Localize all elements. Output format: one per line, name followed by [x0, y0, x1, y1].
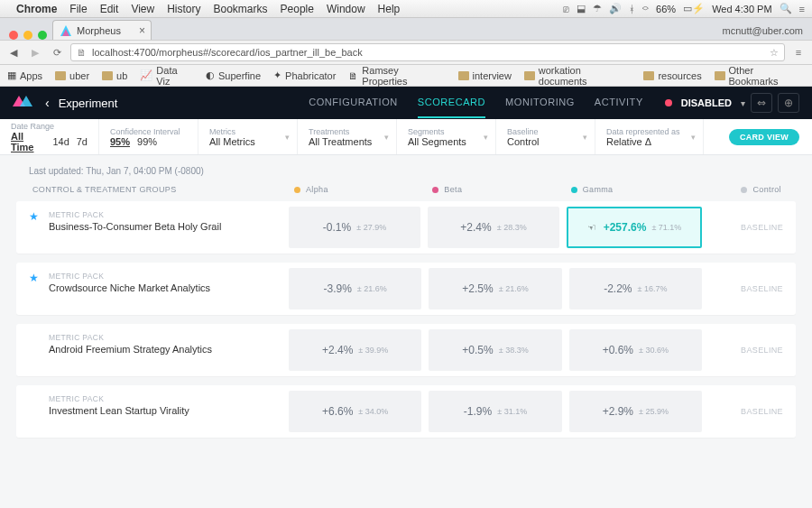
browser-account[interactable]: mcnutt@uber.com	[714, 22, 812, 40]
filter-baseline[interactable]: Baseline Control▾	[496, 119, 595, 154]
metric-cell[interactable]: +2.5%± 21.6%	[429, 268, 561, 309]
filter-confidence-interval[interactable]: Confidence Interval 95% 99%	[99, 119, 198, 154]
bm-workation[interactable]: workation documents	[524, 65, 631, 87]
chevron-down-icon: ▾	[741, 98, 745, 108]
metric-row[interactable]: METRIC PACKAndroid Freemium Strategy Ana…	[16, 324, 796, 376]
bm-uber[interactable]: uber	[55, 70, 89, 81]
baseline-cell: BASELINE	[706, 324, 796, 376]
address-bar[interactable]: 🗎 localhost:4700/morpheus#/scorecard/ios…	[70, 43, 785, 61]
battery-icon[interactable]: ▭⚡	[683, 3, 705, 14]
mac-app-name[interactable]: Chrome	[16, 3, 57, 15]
chrome-menu-icon[interactable]: ≡	[790, 47, 807, 58]
star-icon[interactable]: ★	[29, 272, 39, 284]
bm-phabricator[interactable]: ✦ Phabricator	[273, 69, 336, 81]
wifi-icon[interactable]: ⌔	[642, 4, 649, 14]
filter-bar: Date Range All Time 14d 7d Confidence In…	[0, 119, 812, 155]
metric-name: Crowdsource Niche Market Analytics	[49, 282, 272, 293]
group-col-alpha: Alpha	[285, 185, 423, 194]
tab-close-icon[interactable]: ×	[139, 24, 145, 37]
volume-icon[interactable]: 🔊	[609, 3, 622, 14]
mac-menu-history[interactable]: History	[167, 3, 200, 15]
alpha-dot-icon	[294, 187, 300, 193]
metric-row[interactable]: METRIC PACKInvestment Lean Startup Viral…	[16, 385, 796, 438]
bm-resources[interactable]: resources	[643, 70, 701, 81]
metric-cell[interactable]: -3.9%± 21.6%	[289, 268, 421, 309]
dropbox-icon[interactable]: ⬓	[577, 3, 586, 14]
filter-segments[interactable]: Segments All Segments▾	[397, 119, 496, 154]
breadcrumb-back-icon[interactable]: ‹	[45, 96, 50, 110]
filter-metrics[interactable]: Metrics All Metrics▾	[198, 119, 298, 154]
notifications-icon[interactable]: ≡	[799, 4, 805, 14]
cell-ci: ± 30.6%	[639, 346, 669, 355]
experiment-state[interactable]: DISABLED ▾	[665, 97, 745, 108]
cell-ci: ± 38.3%	[499, 346, 529, 355]
apps-button[interactable]: ▦ Apps	[7, 69, 42, 81]
metric-cell[interactable]: +6.6%± 34.0%	[289, 391, 421, 432]
cell-ci: ± 31.1%	[497, 407, 527, 416]
metric-row[interactable]: ★METRIC PACKBusiness-To-Consumer Beta Ho…	[16, 201, 796, 254]
clock[interactable]: Wed 4:30 PM	[712, 4, 771, 14]
nav-reload-icon[interactable]: ⟳	[49, 47, 65, 59]
filter-date-range[interactable]: Date Range All Time 14d 7d	[0, 119, 99, 154]
embed-icon[interactable]: ⇔	[751, 93, 772, 113]
bookmark-star-icon[interactable]: ☆	[770, 47, 779, 59]
cell-value: +2.4%	[460, 221, 491, 234]
bm-interview[interactable]: interview	[458, 70, 512, 81]
umbrella-icon[interactable]: ☂	[593, 3, 602, 14]
metric-cell[interactable]: +0.6%± 30.6%	[569, 329, 702, 371]
mac-menu-edit[interactable]: Edit	[100, 3, 119, 15]
metric-cell[interactable]: +2.4%± 28.3%	[428, 207, 559, 248]
filter-treatments[interactable]: Treatments All Treatments▾	[298, 119, 397, 154]
app-logo-icon[interactable]	[13, 96, 32, 110]
group-col-control: Control	[700, 185, 790, 194]
bluetooth-icon[interactable]: ᚼ	[629, 4, 635, 14]
mac-menu-window[interactable]: Window	[327, 3, 365, 15]
metric-pack-label: METRIC PACK	[49, 210, 272, 219]
cell-value: +0.6%	[603, 344, 633, 356]
mac-menu-bookmarks[interactable]: Bookmarks	[214, 3, 268, 15]
bm-dataviz[interactable]: 📈 Data Viz	[140, 65, 193, 87]
settings-icon[interactable]: ⊕	[778, 93, 799, 113]
metric-cell[interactable]: +0.5%± 38.3%	[429, 329, 561, 371]
screenshare-icon[interactable]: ⎚	[563, 4, 569, 14]
window-close-icon[interactable]	[9, 31, 18, 40]
metric-cell[interactable]: -0.1%± 27.9%	[289, 207, 420, 248]
nav-back-icon[interactable]: ◀	[5, 47, 22, 59]
bm-ub[interactable]: ub	[102, 70, 127, 81]
page-title: Experiment	[59, 97, 118, 110]
mac-menu-file[interactable]: File	[69, 3, 87, 15]
metric-cell[interactable]: ☜+257.6%± 71.1%	[567, 207, 702, 248]
tab-monitoring[interactable]: MONITORING	[505, 88, 575, 118]
tab-configuration[interactable]: CONFIGURATION	[309, 88, 398, 118]
metric-pack-label: METRIC PACK	[49, 272, 272, 281]
metric-row[interactable]: ★METRIC PACKCrowdsource Niche Market Ana…	[16, 263, 796, 315]
mac-menu-people[interactable]: People	[281, 3, 314, 15]
metric-name: Android Freemium Strategy Analytics	[49, 344, 272, 355]
nav-forward-icon[interactable]: ▶	[27, 47, 43, 59]
metric-cell[interactable]: -2.2%± 16.7%	[569, 268, 702, 309]
mac-menubar: Chrome File Edit View History Bookmarks …	[0, 0, 812, 18]
window-zoom-icon[interactable]	[38, 31, 47, 40]
bm-ramsey[interactable]: 🗎 Ramsey Properties	[348, 65, 445, 87]
cell-value: +2.9%	[603, 405, 633, 418]
browser-tab[interactable]: Morpheus ×	[52, 20, 152, 40]
cell-value: +6.6%	[322, 405, 353, 418]
spotlight-icon[interactable]: 🔍	[780, 3, 792, 14]
card-view-button[interactable]: CARD VIEW	[729, 129, 799, 145]
battery-percent: 66%	[656, 4, 676, 14]
tab-activity[interactable]: ACTIVITY	[595, 88, 643, 118]
mac-menu-help[interactable]: Help	[378, 3, 401, 15]
star-icon[interactable]: ★	[29, 210, 39, 223]
filter-representation[interactable]: Data represented as Relative Δ▾	[595, 119, 704, 154]
mac-menu-view[interactable]: View	[131, 3, 154, 15]
metric-cell[interactable]: -1.9%± 31.1%	[429, 391, 561, 432]
other-bookmarks[interactable]: Other Bookmarks	[715, 65, 805, 87]
window-controls[interactable]	[5, 26, 52, 40]
metric-cell[interactable]: +2.9%± 25.9%	[569, 391, 702, 432]
baseline-cell: BASELINE	[706, 263, 796, 315]
window-minimize-icon[interactable]	[23, 31, 32, 40]
metric-cell[interactable]: +2.4%± 39.9%	[289, 329, 421, 371]
state-dot-icon	[665, 99, 672, 106]
bm-superfine[interactable]: ◐ Superfine	[206, 69, 261, 81]
tab-scorecard[interactable]: SCORECARD	[418, 88, 485, 118]
